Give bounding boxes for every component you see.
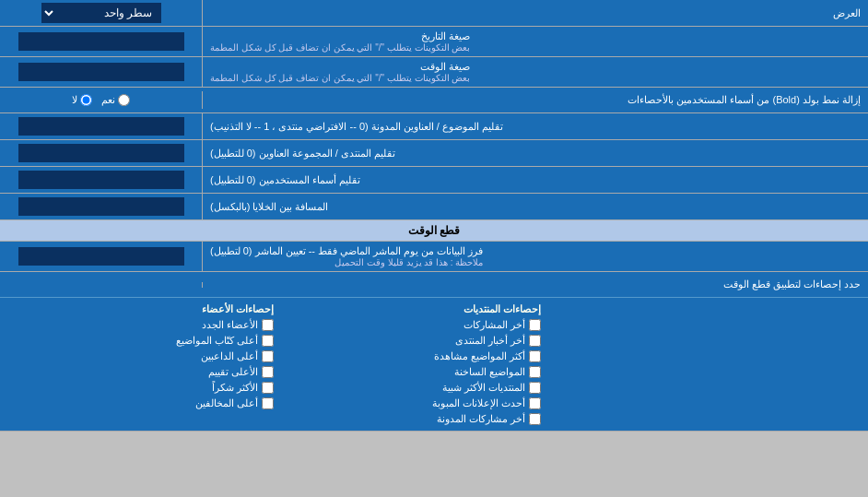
date-format-label: صيغة التاريخ بعض التكوينات يتطلب "/" الت… (203, 27, 868, 56)
stats-member-checkbox-1[interactable] (262, 335, 274, 347)
stats-forum-item-2[interactable]: أكثر المواضيع مشاهدة (274, 350, 540, 362)
stats-member-item-4[interactable]: الأكثر شكراً (7, 382, 274, 394)
stats-forum-item-6[interactable]: أخر مشاركات المدونة (274, 413, 540, 425)
date-format-input[interactable]: d-m (18, 32, 184, 51)
stats-forum-checkbox-4[interactable] (529, 382, 541, 394)
stats-forum-item-5[interactable]: أحدث الإعلانات المبوبة (274, 397, 540, 409)
topic-title-limit-input-wrapper: 33 (0, 113, 203, 139)
username-limit-input[interactable]: 0 (18, 171, 184, 189)
stats-member-item-3[interactable]: الأعلى تقييم (7, 366, 274, 378)
stats-member-item-5[interactable]: أعلى المخالفين (7, 397, 274, 409)
stats-member-checkbox-3[interactable] (262, 366, 274, 378)
time-cut-header: قطع الوقت (0, 220, 868, 242)
stats-forum-checkbox-3[interactable] (529, 366, 541, 378)
stats-header-row: حدد إحصاءات لتطبيق قطع الوقت (0, 272, 868, 298)
time-cut-filter-label: فرز البيانات من يوم الماشر الماضي فقط --… (203, 242, 868, 271)
cell-spacing-input-wrapper: 2 (0, 194, 203, 219)
stats-member-checkbox-0[interactable] (262, 319, 274, 331)
time-cut-filter-input-wrapper: 0 (0, 242, 203, 271)
forum-title-limit-input-wrapper: 33 (0, 140, 203, 166)
stats-member-item-0[interactable]: الأعضاء الجدد (7, 319, 274, 331)
stats-col-member-header: إحصاءات الأعضاء (7, 303, 274, 315)
username-limit-row: تقليم أسماء المستخدمين (0 للتطبيل) 0 (0, 167, 868, 194)
stats-filter-area (0, 282, 203, 288)
display-select-wrapper: سطر واحد سطرين ثلاثة أسطر (0, 0, 203, 26)
bold-no-label[interactable]: لا (72, 94, 92, 106)
stats-col-forum-header: إحصاءات المنتديات (274, 303, 540, 315)
stats-forum-item-1[interactable]: أخر أخبار المنتدى (274, 335, 540, 347)
stats-forum-checkbox-2[interactable] (529, 350, 541, 362)
stats-forum-item-0[interactable]: أخر المشاركات (274, 319, 540, 331)
bold-no-radio[interactable] (80, 94, 92, 106)
cell-spacing-label: المسافة بين الخلايا (بالبكسل) (203, 194, 868, 219)
time-format-input[interactable]: H:i (18, 63, 184, 81)
bold-remove-row: إزالة نمط بولد (Bold) من أسماء المستخدمي… (0, 88, 868, 113)
stats-member-checkbox-5[interactable] (262, 397, 274, 409)
time-format-input-wrapper: H:i (0, 57, 203, 87)
stats-member-checkbox-4[interactable] (262, 382, 274, 394)
topic-title-limit-label: تقليم الموضوع / العناوين المدونة (0 -- ا… (203, 113, 868, 139)
stats-section: حدد إحصاءات لتطبيق قطع الوقت إحصاءات الم… (0, 272, 868, 432)
username-limit-input-wrapper: 0 (0, 167, 203, 193)
stats-forum-checkbox-0[interactable] (529, 319, 541, 331)
stats-col-spacer (541, 303, 861, 425)
bold-remove-radio-wrapper: نعم لا (0, 91, 203, 109)
bold-yes-radio[interactable] (118, 94, 130, 106)
cell-spacing-row: المسافة بين الخلايا (بالبكسل) 2 (0, 194, 868, 220)
display-row: العرض سطر واحد سطرين ثلاثة أسطر (0, 0, 868, 27)
date-format-input-wrapper: d-m (0, 27, 203, 56)
stats-forum-checkbox-5[interactable] (529, 397, 541, 409)
stats-forum-item-3[interactable]: المواضيع الساخنة (274, 366, 540, 378)
display-label: العرض (203, 4, 868, 23)
forum-title-limit-row: تقليم المنتدى / المجموعة العناوين (0 للت… (0, 140, 868, 167)
username-limit-label: تقليم أسماء المستخدمين (0 للتطبيل) (203, 167, 868, 193)
time-format-row: صيغة الوقت بعض التكوينات يتطلب "/" التي … (0, 57, 868, 88)
cell-spacing-input[interactable]: 2 (18, 197, 184, 216)
bold-remove-label: إزالة نمط بولد (Bold) من أسماء المستخدمي… (203, 90, 868, 110)
forum-title-limit-input[interactable]: 33 (18, 144, 184, 162)
time-format-label: صيغة الوقت بعض التكوينات يتطلب "/" التي … (203, 57, 868, 87)
stats-checkboxes: إحصاءات المنتديات أخر المشاركات أخر أخبا… (0, 298, 868, 431)
bold-yes-label[interactable]: نعم (101, 94, 130, 106)
stats-forum-item-4[interactable]: المنتديات الأكثر شبية (274, 382, 540, 394)
topic-title-limit-input[interactable]: 33 (18, 117, 184, 136)
stats-header-label: حدد إحصاءات لتطبيق قطع الوقت (203, 275, 868, 294)
time-cut-filter-row: فرز البيانات من يوم الماشر الماضي فقط --… (0, 242, 868, 272)
stats-member-checkbox-2[interactable] (262, 350, 274, 362)
forum-title-limit-label: تقليم المنتدى / المجموعة العناوين (0 للت… (203, 140, 868, 166)
stats-forum-checkbox-6[interactable] (529, 413, 541, 425)
date-format-row: صيغة التاريخ بعض التكوينات يتطلب "/" الت… (0, 27, 868, 57)
stats-forum-checkbox-1[interactable] (529, 335, 541, 347)
stats-col-forum: إحصاءات المنتديات أخر المشاركات أخر أخبا… (274, 303, 540, 425)
stats-col-member: إحصاءات الأعضاء الأعضاء الجدد أعلى كتّاب… (7, 303, 274, 425)
stats-member-item-2[interactable]: أعلى الداعبين (7, 350, 274, 362)
time-cut-filter-input[interactable]: 0 (18, 247, 184, 266)
display-select[interactable]: سطر واحد سطرين ثلاثة أسطر (41, 3, 161, 23)
stats-member-item-1[interactable]: أعلى كتّاب المواضيع (7, 335, 274, 347)
topic-title-limit-row: تقليم الموضوع / العناوين المدونة (0 -- ا… (0, 113, 868, 140)
